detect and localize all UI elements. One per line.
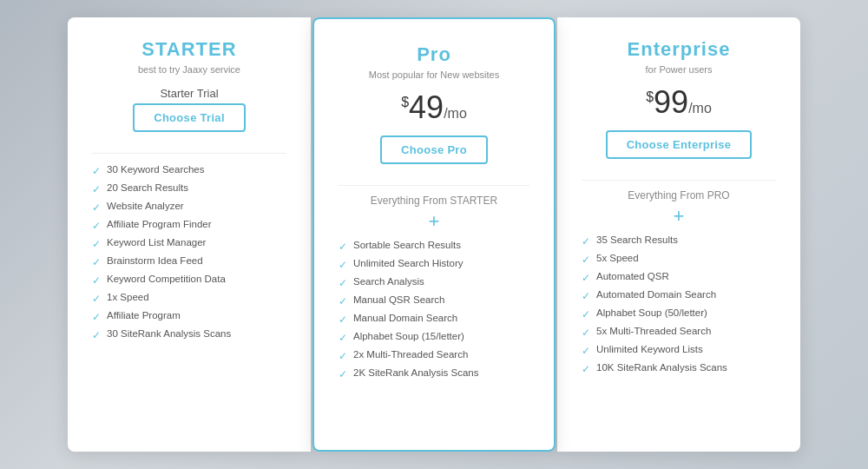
feature-text: Manual QSR Search	[353, 294, 444, 305]
starter-price-label: Starter Trial	[160, 87, 218, 100]
choose-pro-button[interactable]: Choose Pro	[380, 135, 488, 164]
list-item: ✓Automated Domain Search	[582, 289, 776, 302]
list-item: ✓2x Multi-Threaded Search	[339, 349, 529, 362]
check-icon: ✓	[339, 277, 347, 289]
enterprise-plan-card: Enterprise for Power users $99/mo Choose…	[557, 17, 800, 452]
list-item: ✓Alphabet Soup (15/letter)	[339, 331, 529, 344]
feature-text: 5x Speed	[596, 253, 639, 263]
pro-plan-title: Pro	[417, 43, 451, 66]
list-item: ✓5x Speed	[582, 253, 776, 266]
check-icon: ✓	[582, 290, 590, 302]
check-icon: ✓	[92, 220, 101, 232]
list-item: ✓Automated QSR	[582, 271, 776, 284]
feature-text: Brainstorm Idea Feed	[107, 255, 203, 266]
feature-text: Manual Domain Search	[353, 313, 457, 323]
list-item: ✓Manual QSR Search	[339, 294, 529, 307]
check-icon: ✓	[339, 259, 347, 271]
pro-divider	[339, 185, 529, 186]
list-item: ✓Affiliate Program Finder	[92, 219, 286, 232]
enterprise-plus-icon: +	[674, 207, 685, 226]
check-icon: ✓	[582, 254, 590, 266]
check-icon: ✓	[339, 368, 347, 380]
list-item: ✓10K SiteRank Analysis Scans	[582, 362, 776, 375]
feature-text: 30 SiteRank Analysis Scans	[107, 328, 231, 339]
choose-trial-button[interactable]: Choose Trial	[133, 103, 246, 132]
feature-text: 10K SiteRank Analysis Scans	[596, 362, 727, 373]
list-item: ✓Unlimited Keyword Lists	[582, 344, 776, 357]
enterprise-plan-subtitle: for Power users	[645, 64, 712, 75]
check-icon: ✓	[339, 332, 347, 344]
check-icon: ✓	[92, 238, 101, 250]
list-item: ✓2K SiteRank Analysis Scans	[339, 367, 529, 380]
check-icon: ✓	[582, 272, 590, 284]
feature-text: 30 Keyword Searches	[107, 164, 205, 175]
feature-text: Search Analysis	[353, 276, 424, 287]
check-icon: ✓	[339, 350, 347, 362]
feature-text: Unlimited Keyword Lists	[596, 344, 703, 354]
feature-text: 20 Search Results	[107, 182, 188, 193]
list-item: ✓Manual Domain Search	[339, 313, 529, 326]
enterprise-plan-price: $99/mo	[646, 87, 712, 118]
check-icon: ✓	[582, 345, 590, 357]
starter-plan-subtitle: best to try Jaaxy service	[138, 64, 240, 75]
check-icon: ✓	[92, 329, 101, 341]
feature-text: 35 Search Results	[596, 234, 678, 245]
list-item: ✓20 Search Results	[92, 182, 286, 195]
check-icon: ✓	[582, 308, 590, 320]
feature-text: Affiliate Program	[107, 310, 181, 320]
check-icon: ✓	[339, 295, 347, 307]
list-item: ✓Brainstorm Idea Feed	[92, 255, 286, 268]
feature-text: Unlimited Search History	[353, 258, 464, 268]
feature-text: Affiliate Program Finder	[107, 219, 212, 229]
pro-plan-subtitle: Most popular for New websites	[369, 69, 499, 80]
list-item: ✓Keyword List Manager	[92, 237, 286, 250]
feature-text: Keyword Competition Data	[107, 274, 226, 284]
list-item: ✓35 Search Results	[582, 234, 776, 248]
list-item: ✓Unlimited Search History	[339, 258, 529, 271]
check-icon: ✓	[92, 311, 101, 323]
list-item: ✓Affiliate Program	[92, 310, 286, 323]
check-icon: ✓	[92, 256, 101, 268]
pro-everything-from: Everything From STARTER	[371, 195, 497, 207]
list-item: ✓Keyword Competition Data	[92, 274, 286, 287]
check-icon: ✓	[92, 183, 101, 195]
check-icon: ✓	[92, 293, 101, 305]
pro-features-list: ✓Sortable Search Results ✓Unlimited Sear…	[339, 240, 529, 386]
feature-text: 1x Speed	[107, 292, 149, 302]
feature-text: Sortable Search Results	[353, 240, 461, 250]
check-icon: ✓	[582, 235, 590, 248]
check-icon: ✓	[92, 165, 101, 177]
feature-text: 2x Multi-Threaded Search	[353, 349, 468, 360]
enterprise-everything-from: Everything From PRO	[628, 189, 729, 201]
check-icon: ✓	[92, 201, 101, 214]
pro-plus-icon: +	[429, 212, 440, 231]
list-item: ✓Alphabet Soup (50/letter)	[582, 307, 776, 320]
starter-features-list: ✓30 Keyword Searches ✓20 Search Results …	[92, 164, 286, 347]
starter-plan-title: STARTER	[141, 38, 236, 61]
feature-text: Automated QSR	[596, 271, 669, 281]
pricing-container: STARTER best to try Jaaxy service Starte…	[68, 17, 800, 452]
list-item: ✓1x Speed	[92, 292, 286, 305]
check-icon: ✓	[339, 314, 347, 326]
feature-text: Automated Domain Search	[596, 289, 716, 300]
choose-enterprise-button[interactable]: Choose Enterprise	[606, 130, 753, 159]
feature-text: 2K SiteRank Analysis Scans	[353, 367, 478, 378]
feature-text: Alphabet Soup (15/letter)	[353, 331, 464, 341]
list-item: ✓30 SiteRank Analysis Scans	[92, 328, 286, 341]
starter-divider	[92, 153, 286, 154]
list-item: ✓Search Analysis	[339, 276, 529, 289]
enterprise-plan-title: Enterprise	[628, 38, 731, 61]
check-icon: ✓	[582, 363, 590, 375]
feature-text: Keyword List Manager	[107, 237, 206, 248]
check-icon: ✓	[339, 241, 347, 253]
feature-text: Alphabet Soup (50/letter)	[596, 307, 707, 318]
check-icon: ✓	[582, 327, 590, 339]
starter-plan-card: STARTER best to try Jaaxy service Starte…	[68, 17, 311, 452]
enterprise-features-list: ✓35 Search Results ✓5x Speed ✓Automated …	[582, 234, 776, 380]
list-item: ✓5x Multi-Threaded Search	[582, 326, 776, 339]
list-item: ✓Sortable Search Results	[339, 240, 529, 253]
feature-text: Website Analyzer	[107, 201, 184, 211]
pro-plan-price: $49/mo	[401, 92, 467, 123]
enterprise-divider	[582, 180, 776, 181]
pro-plan-card: Pro Most popular for New websites $49/mo…	[312, 17, 556, 452]
